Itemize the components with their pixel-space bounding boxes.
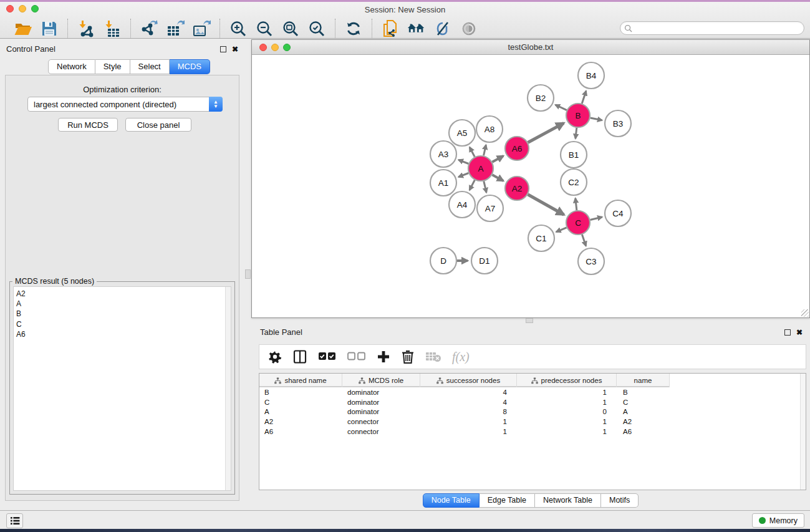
result-item[interactable]: A: [16, 299, 231, 309]
table-cell[interactable]: 1: [517, 417, 617, 427]
export-image-icon[interactable]: [192, 19, 211, 38]
table-cell[interactable]: connector: [342, 417, 420, 427]
result-item[interactable]: B: [16, 309, 231, 319]
edge-B-B3[interactable]: [591, 118, 602, 120]
select-all-icon[interactable]: [318, 349, 337, 365]
edge-A-A5[interactable]: [470, 147, 475, 157]
import-table-icon[interactable]: [103, 19, 122, 38]
close-network-window-button[interactable]: [259, 44, 267, 51]
table-cell[interactable]: dominator: [342, 407, 420, 417]
table-row[interactable]: Bdominator41B: [259, 387, 806, 397]
import-network-icon[interactable]: [77, 19, 95, 38]
function-builder-icon[interactable]: f(x): [452, 349, 470, 365]
table-cell[interactable]: C: [259, 397, 342, 407]
table-cell[interactable]: connector: [342, 427, 420, 437]
export-table-icon[interactable]: [166, 19, 185, 38]
edge-C-C4[interactable]: [590, 217, 602, 220]
delete-table-icon[interactable]: [425, 349, 441, 365]
tab-motifs[interactable]: Motifs: [601, 493, 639, 508]
deselect-all-icon[interactable]: [347, 349, 366, 365]
column-header-MCDS-role[interactable]: MCDS role: [342, 374, 420, 387]
edge-A2-C[interactable]: [528, 195, 564, 215]
result-item[interactable]: C: [16, 319, 231, 329]
edge-A-A2[interactable]: [492, 175, 503, 181]
edge-B-B4[interactable]: [582, 91, 586, 104]
table-cell[interactable]: B: [617, 387, 670, 397]
share-document-icon[interactable]: [381, 19, 400, 38]
home-pages-icon[interactable]: [407, 19, 426, 38]
maximize-network-window-button[interactable]: [283, 44, 291, 51]
zoom-selected-icon[interactable]: [307, 19, 326, 38]
result-list-scrollbar[interactable]: [225, 287, 231, 490]
memory-button[interactable]: Memory: [752, 513, 804, 528]
result-item[interactable]: A6: [16, 329, 231, 339]
delete-icon[interactable]: [401, 349, 415, 365]
run-mcds-button[interactable]: Run MCDS: [58, 118, 118, 132]
close-table-panel-icon[interactable]: ✖: [796, 329, 803, 336]
network-canvas[interactable]: AA6A2BCA5A8A3A1A4A7B2B4B3B1C2C4C1C3DD1: [252, 55, 809, 317]
table-cell[interactable]: 1: [420, 427, 517, 437]
table-cell[interactable]: dominator: [342, 387, 420, 397]
table-cell[interactable]: 8: [420, 407, 517, 417]
task-history-button[interactable]: [6, 513, 23, 528]
vertical-divider-grip[interactable]: [245, 269, 251, 279]
gear-icon[interactable]: [268, 349, 282, 365]
edge-C-C1[interactable]: [556, 228, 567, 232]
table-cell[interactable]: 1: [517, 397, 617, 407]
edge-B-B1[interactable]: [576, 128, 577, 138]
tab-mcds[interactable]: MCDS: [170, 59, 210, 74]
edge-A-A4[interactable]: [470, 180, 475, 190]
table-cell[interactable]: A2: [259, 417, 342, 427]
float-table-panel-icon[interactable]: [784, 329, 791, 336]
search-input[interactable]: [635, 22, 804, 34]
table-scrollbar[interactable]: [800, 374, 806, 490]
table-row[interactable]: A2connector11A2: [259, 417, 806, 427]
table-row[interactable]: A6connector11A6: [259, 427, 806, 437]
resize-handle[interactable]: [801, 309, 809, 317]
table-cell[interactable]: 4: [420, 387, 517, 397]
tab-network[interactable]: Network: [48, 59, 95, 74]
save-session-icon[interactable]: [40, 19, 59, 38]
table-cell[interactable]: C: [617, 397, 670, 407]
edge-A-A1[interactable]: [458, 173, 468, 177]
column-header-shared-name[interactable]: shared name: [259, 374, 342, 387]
column-header-successor-nodes[interactable]: successor nodes: [420, 374, 517, 387]
table-cell[interactable]: A6: [617, 427, 670, 437]
close-panel-icon[interactable]: ✖: [232, 46, 238, 52]
edge-B-B2[interactable]: [556, 105, 567, 110]
eye-icon[interactable]: [460, 19, 478, 38]
edge-A-A3[interactable]: [458, 160, 468, 163]
edge-A-A6[interactable]: [492, 156, 503, 162]
add-column-icon[interactable]: [377, 349, 390, 365]
tab-network-table[interactable]: Network Table: [535, 493, 601, 508]
edge-C-C3[interactable]: [582, 235, 586, 246]
tab-select[interactable]: Select: [130, 59, 170, 74]
tab-edge-table[interactable]: Edge Table: [480, 493, 535, 508]
table-cell[interactable]: 4: [420, 397, 517, 407]
table-cell[interactable]: A: [617, 407, 670, 417]
edge-A6-B[interactable]: [528, 123, 564, 142]
column-header-predecessor-nodes[interactable]: predecessor nodes: [517, 374, 617, 387]
table-cell[interactable]: B: [259, 387, 342, 397]
table-row[interactable]: Adominator80A: [259, 407, 806, 417]
search-field[interactable]: [620, 21, 804, 35]
split-columns-icon[interactable]: [292, 349, 307, 365]
criterion-dropdown[interactable]: largest connected component (directed) ▲…: [27, 97, 223, 112]
edge-C-C2[interactable]: [576, 198, 577, 210]
horizontal-divider-grip[interactable]: [526, 318, 533, 323]
table-cell[interactable]: A: [259, 407, 342, 417]
close-panel-button[interactable]: Close panel: [125, 118, 191, 132]
edge-A-A7[interactable]: [484, 181, 486, 192]
table-cell[interactable]: 1: [420, 417, 517, 427]
tab-node-table[interactable]: Node Table: [423, 493, 480, 508]
open-file-icon[interactable]: [14, 19, 32, 38]
table-cell[interactable]: dominator: [342, 397, 420, 407]
export-network-icon[interactable]: [140, 19, 158, 38]
float-panel-icon[interactable]: [220, 46, 226, 52]
result-item[interactable]: A2: [16, 289, 231, 299]
zoom-in-icon[interactable]: [229, 19, 248, 38]
hide-labels-icon[interactable]: [433, 19, 452, 38]
column-header-name[interactable]: name: [617, 374, 670, 387]
table-cell[interactable]: A2: [617, 417, 670, 427]
zoom-out-icon[interactable]: [255, 19, 274, 38]
